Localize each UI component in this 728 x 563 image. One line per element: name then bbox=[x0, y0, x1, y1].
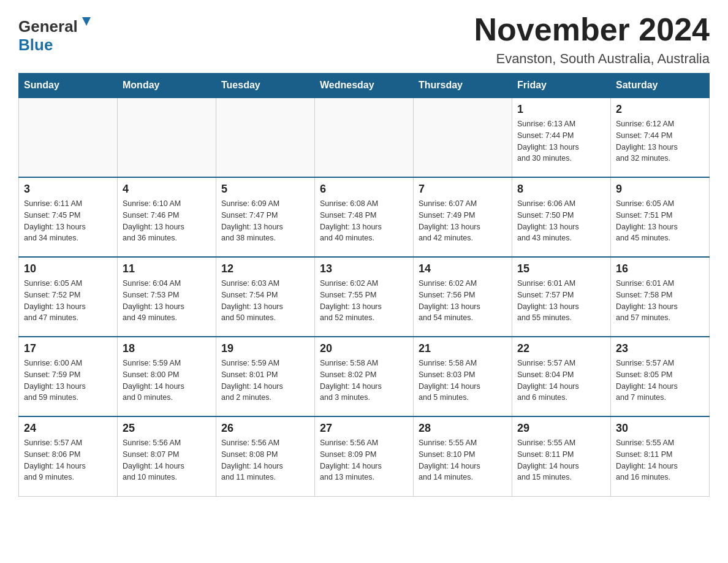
calendar-cell: 23Sunrise: 5:57 AM Sunset: 8:05 PM Dayli… bbox=[611, 337, 710, 416]
day-info: Sunrise: 6:13 AM Sunset: 7:44 PM Dayligh… bbox=[517, 118, 605, 164]
calendar-cell: 8Sunrise: 6:06 AM Sunset: 7:50 PM Daylig… bbox=[512, 177, 611, 257]
week-row-1: 1Sunrise: 6:13 AM Sunset: 7:44 PM Daylig… bbox=[19, 98, 710, 177]
calendar-cell: 11Sunrise: 6:04 AM Sunset: 7:53 PM Dayli… bbox=[118, 257, 216, 337]
day-number: 11 bbox=[123, 262, 211, 275]
calendar-cell: 16Sunrise: 6:01 AM Sunset: 7:58 PM Dayli… bbox=[611, 257, 710, 337]
day-info: Sunrise: 6:07 AM Sunset: 7:49 PM Dayligh… bbox=[419, 198, 507, 244]
logo-svg: General Blue bbox=[18, 12, 98, 55]
day-info: Sunrise: 5:58 AM Sunset: 8:03 PM Dayligh… bbox=[419, 358, 507, 404]
day-number: 16 bbox=[616, 262, 704, 275]
day-info: Sunrise: 6:05 AM Sunset: 7:51 PM Dayligh… bbox=[616, 198, 704, 244]
logo: General Blue bbox=[18, 12, 98, 55]
col-sunday: Sunday bbox=[19, 74, 118, 98]
day-number: 27 bbox=[320, 422, 408, 435]
calendar-cell: 17Sunrise: 6:00 AM Sunset: 7:59 PM Dayli… bbox=[19, 337, 118, 416]
week-row-2: 3Sunrise: 6:11 AM Sunset: 7:45 PM Daylig… bbox=[19, 177, 710, 257]
calendar-body: 1Sunrise: 6:13 AM Sunset: 7:44 PM Daylig… bbox=[19, 98, 710, 496]
calendar-cell: 29Sunrise: 5:55 AM Sunset: 8:11 PM Dayli… bbox=[512, 416, 611, 496]
day-number: 17 bbox=[24, 342, 112, 355]
calendar-cell: 4Sunrise: 6:10 AM Sunset: 7:46 PM Daylig… bbox=[118, 177, 216, 257]
day-number: 13 bbox=[320, 262, 408, 275]
calendar-cell: 18Sunrise: 5:59 AM Sunset: 8:00 PM Dayli… bbox=[118, 337, 216, 416]
day-info: Sunrise: 5:57 AM Sunset: 8:04 PM Dayligh… bbox=[517, 358, 605, 404]
calendar-cell: 14Sunrise: 6:02 AM Sunset: 7:56 PM Dayli… bbox=[414, 257, 512, 337]
calendar-cell: 1Sunrise: 6:13 AM Sunset: 7:44 PM Daylig… bbox=[512, 98, 611, 177]
day-info: Sunrise: 5:57 AM Sunset: 8:06 PM Dayligh… bbox=[24, 437, 112, 483]
week-row-3: 10Sunrise: 6:05 AM Sunset: 7:52 PM Dayli… bbox=[19, 257, 710, 337]
day-number: 6 bbox=[320, 183, 408, 196]
calendar-cell: 2Sunrise: 6:12 AM Sunset: 7:44 PM Daylig… bbox=[611, 98, 710, 177]
day-number: 12 bbox=[221, 262, 309, 275]
calendar-cell bbox=[216, 98, 315, 177]
day-info: Sunrise: 5:59 AM Sunset: 8:00 PM Dayligh… bbox=[123, 358, 211, 404]
col-wednesday: Wednesday bbox=[315, 74, 414, 98]
calendar-cell: 22Sunrise: 5:57 AM Sunset: 8:04 PM Dayli… bbox=[512, 337, 611, 416]
calendar-cell: 30Sunrise: 5:55 AM Sunset: 8:11 PM Dayli… bbox=[611, 416, 710, 496]
calendar-cell: 12Sunrise: 6:03 AM Sunset: 7:54 PM Dayli… bbox=[216, 257, 315, 337]
day-number: 23 bbox=[616, 342, 704, 355]
calendar-cell bbox=[315, 98, 414, 177]
col-tuesday: Tuesday bbox=[216, 74, 315, 98]
day-number: 30 bbox=[616, 422, 704, 435]
header-row: Sunday Monday Tuesday Wednesday Thursday… bbox=[19, 74, 710, 98]
day-number: 22 bbox=[517, 342, 605, 355]
calendar-cell bbox=[19, 98, 118, 177]
calendar-cell: 28Sunrise: 5:55 AM Sunset: 8:10 PM Dayli… bbox=[414, 416, 512, 496]
calendar-cell: 15Sunrise: 6:01 AM Sunset: 7:57 PM Dayli… bbox=[512, 257, 611, 337]
day-number: 8 bbox=[517, 183, 605, 196]
day-number: 9 bbox=[616, 183, 704, 196]
col-monday: Monday bbox=[118, 74, 216, 98]
day-info: Sunrise: 6:09 AM Sunset: 7:47 PM Dayligh… bbox=[221, 198, 309, 244]
day-number: 28 bbox=[419, 422, 507, 435]
day-number: 21 bbox=[419, 342, 507, 355]
day-number: 14 bbox=[419, 262, 507, 275]
col-saturday: Saturday bbox=[611, 74, 710, 98]
day-info: Sunrise: 6:06 AM Sunset: 7:50 PM Dayligh… bbox=[517, 198, 605, 244]
calendar-cell: 10Sunrise: 6:05 AM Sunset: 7:52 PM Dayli… bbox=[19, 257, 118, 337]
day-info: Sunrise: 5:59 AM Sunset: 8:01 PM Dayligh… bbox=[221, 358, 309, 404]
calendar-table: Sunday Monday Tuesday Wednesday Thursday… bbox=[18, 73, 710, 497]
day-number: 3 bbox=[24, 183, 112, 196]
svg-text:Blue: Blue bbox=[18, 36, 53, 54]
logo-text: General Blue bbox=[18, 12, 98, 55]
day-number: 20 bbox=[320, 342, 408, 355]
calendar-cell: 21Sunrise: 5:58 AM Sunset: 8:03 PM Dayli… bbox=[414, 337, 512, 416]
calendar-cell bbox=[414, 98, 512, 177]
week-row-5: 24Sunrise: 5:57 AM Sunset: 8:06 PM Dayli… bbox=[19, 416, 710, 496]
day-info: Sunrise: 5:55 AM Sunset: 8:11 PM Dayligh… bbox=[517, 437, 605, 483]
title-block: November 2024 Evanston, South Australia,… bbox=[474, 12, 710, 67]
calendar-cell: 13Sunrise: 6:02 AM Sunset: 7:55 PM Dayli… bbox=[315, 257, 414, 337]
day-number: 19 bbox=[221, 342, 309, 355]
svg-marker-1 bbox=[82, 17, 91, 26]
calendar-cell bbox=[118, 98, 216, 177]
day-info: Sunrise: 6:02 AM Sunset: 7:56 PM Dayligh… bbox=[419, 278, 507, 324]
calendar-cell: 27Sunrise: 5:56 AM Sunset: 8:09 PM Dayli… bbox=[315, 416, 414, 496]
day-number: 24 bbox=[24, 422, 112, 435]
calendar-cell: 9Sunrise: 6:05 AM Sunset: 7:51 PM Daylig… bbox=[611, 177, 710, 257]
day-info: Sunrise: 6:12 AM Sunset: 7:44 PM Dayligh… bbox=[616, 118, 704, 164]
day-info: Sunrise: 6:00 AM Sunset: 7:59 PM Dayligh… bbox=[24, 358, 112, 404]
day-info: Sunrise: 5:55 AM Sunset: 8:10 PM Dayligh… bbox=[419, 437, 507, 483]
day-info: Sunrise: 6:02 AM Sunset: 7:55 PM Dayligh… bbox=[320, 278, 408, 324]
day-info: Sunrise: 6:11 AM Sunset: 7:45 PM Dayligh… bbox=[24, 198, 112, 244]
day-info: Sunrise: 6:01 AM Sunset: 7:57 PM Dayligh… bbox=[517, 278, 605, 324]
day-info: Sunrise: 5:56 AM Sunset: 8:08 PM Dayligh… bbox=[221, 437, 309, 483]
calendar-header: Sunday Monday Tuesday Wednesday Thursday… bbox=[19, 74, 710, 98]
calendar-cell: 3Sunrise: 6:11 AM Sunset: 7:45 PM Daylig… bbox=[19, 177, 118, 257]
day-info: Sunrise: 5:58 AM Sunset: 8:02 PM Dayligh… bbox=[320, 358, 408, 404]
day-info: Sunrise: 5:56 AM Sunset: 8:07 PM Dayligh… bbox=[123, 437, 211, 483]
day-info: Sunrise: 5:57 AM Sunset: 8:05 PM Dayligh… bbox=[616, 358, 704, 404]
calendar-cell: 6Sunrise: 6:08 AM Sunset: 7:48 PM Daylig… bbox=[315, 177, 414, 257]
day-info: Sunrise: 6:04 AM Sunset: 7:53 PM Dayligh… bbox=[123, 278, 211, 324]
subtitle: Evanston, South Australia, Australia bbox=[474, 51, 710, 67]
day-number: 15 bbox=[517, 262, 605, 275]
day-info: Sunrise: 6:03 AM Sunset: 7:54 PM Dayligh… bbox=[221, 278, 309, 324]
day-info: Sunrise: 5:55 AM Sunset: 8:11 PM Dayligh… bbox=[616, 437, 704, 483]
day-number: 4 bbox=[123, 183, 211, 196]
calendar-cell: 26Sunrise: 5:56 AM Sunset: 8:08 PM Dayli… bbox=[216, 416, 315, 496]
calendar-cell: 7Sunrise: 6:07 AM Sunset: 7:49 PM Daylig… bbox=[414, 177, 512, 257]
day-number: 29 bbox=[517, 422, 605, 435]
calendar-cell: 5Sunrise: 6:09 AM Sunset: 7:47 PM Daylig… bbox=[216, 177, 315, 257]
calendar-cell: 25Sunrise: 5:56 AM Sunset: 8:07 PM Dayli… bbox=[118, 416, 216, 496]
calendar-cell: 19Sunrise: 5:59 AM Sunset: 8:01 PM Dayli… bbox=[216, 337, 315, 416]
